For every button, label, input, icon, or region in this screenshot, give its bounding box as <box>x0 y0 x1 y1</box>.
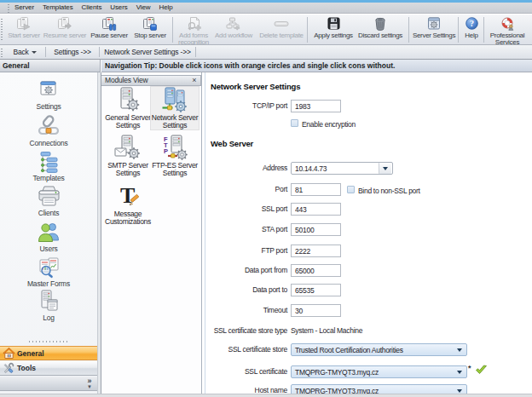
sidebar-item-users[interactable]: Users <box>0 220 97 253</box>
smtp-server-settings-icon <box>104 135 152 160</box>
sidebar-item-log[interactable]: Log <box>0 289 97 322</box>
ssl-certificate-combobox[interactable]: TMQPRG-TMYQT3.myq.cz <box>291 365 467 378</box>
svg-text:P: P <box>164 147 168 155</box>
enable-encryption-checkbox[interactable] <box>291 119 298 127</box>
menu-view[interactable]: View <box>132 3 155 13</box>
ssl-certificate-dropdown-button[interactable] <box>453 366 466 377</box>
ssl-store-dropdown-button[interactable] <box>453 344 466 355</box>
ssl-port-label: SSL port <box>211 203 287 216</box>
network-server-settings-panel: Network Server Settings TCP/IP port Enab… <box>202 72 532 397</box>
ssl-store-combobox[interactable]: Trusted Root Certification Authorities <box>291 343 467 356</box>
menu-users[interactable]: Users <box>106 3 131 13</box>
ssl-certificate-modified-marker: * <box>468 364 471 372</box>
add-forms-recognition-label: Add forms recognition <box>174 32 213 46</box>
stop-server-label: Stop server <box>130 32 171 39</box>
start-server-button[interactable]: Start server <box>3 16 44 43</box>
module-network-server-settings[interactable]: Network Server Settings <box>151 87 199 129</box>
log-server-notepad-icon <box>0 289 97 313</box>
sidebar: Settings Connections <box>0 72 97 397</box>
port-label: Port <box>211 183 287 196</box>
add-forms-recognition-icon <box>174 16 213 31</box>
address-combobox[interactable]: 10.14.4.73 <box>291 162 393 175</box>
message-customizations-icon: T <box>104 183 152 209</box>
back-button[interactable]: Back <box>7 45 43 59</box>
network-server-settings-crumb-button[interactable]: Network Server Settings ->> <box>101 45 194 59</box>
ssl-store-type-label: SSL certificate store type <box>211 325 287 337</box>
sidebar-item-clients-label: Clients <box>0 209 97 217</box>
ftp-port-label: FTP port <box>211 245 287 257</box>
sidebar-button-tools[interactable]: Tools <box>0 361 97 376</box>
sidebar-button-tools-label: Tools <box>17 364 36 372</box>
delete-template-button[interactable]: Delete template <box>257 16 306 43</box>
sidebar-overflow-chevron-icon[interactable]: »▼ <box>87 378 92 390</box>
sidebar-button-general[interactable]: General <box>0 346 97 360</box>
sidebar-item-master-forms[interactable]: Master Forms <box>0 256 97 288</box>
stop-server-button[interactable]: Stop server <box>130 16 171 43</box>
ftp-port-input[interactable] <box>291 245 341 257</box>
overflow-chevron-glyph: » <box>87 378 92 384</box>
module-smtp-server-settings-label: SMTP Server Settings <box>104 162 152 177</box>
sta-port-label: STA port <box>211 223 287 236</box>
module-general-server-settings[interactable]: General Server Settings <box>104 87 152 129</box>
back-label: Back <box>13 48 28 56</box>
dropdown-arrow-icon <box>457 348 462 352</box>
port-input[interactable] <box>291 183 341 196</box>
professional-services-label: Professional Services <box>485 32 529 46</box>
ssl-port-input[interactable] <box>291 203 341 216</box>
menu-server[interactable]: Server <box>10 3 38 13</box>
menu-templates[interactable]: Templates <box>38 3 78 13</box>
sidebar-item-log-label: Log <box>0 314 97 322</box>
navigation-tip-text: Navigation Tip: Double click icons with … <box>105 61 395 70</box>
sidebar-item-settings[interactable]: Settings <box>0 79 97 111</box>
back-dropdown-arrow <box>32 51 37 54</box>
module-message-customizations[interactable]: T Message Customizations <box>104 183 152 226</box>
data-port-from-input[interactable] <box>291 264 341 277</box>
menu-clients[interactable]: Clients <box>78 3 107 13</box>
timeout-label: Timeout <box>211 304 287 317</box>
module-network-server-settings-label: Network Server Settings <box>151 114 199 129</box>
sta-port-input[interactable] <box>291 223 341 236</box>
enable-encryption-label: Enable encryption <box>302 120 356 129</box>
menu-help[interactable]: Help <box>155 3 177 13</box>
bind-non-ssl-checkbox[interactable] <box>347 186 355 193</box>
modules-panel: Modules View × <box>101 72 202 397</box>
toolbar-separator <box>172 17 173 43</box>
help-label: Help <box>460 32 483 39</box>
apply-settings-button[interactable]: Apply settings <box>309 16 358 43</box>
resume-server-button[interactable]: Resume server <box>42 16 88 43</box>
help-button[interactable]: ? Help <box>460 16 483 43</box>
data-port-from-label: Data port from <box>211 264 287 277</box>
module-general-server-settings-label: General Server Settings <box>104 114 152 129</box>
data-port-to-input[interactable] <box>291 284 341 296</box>
professional-services-button[interactable]: Professional Services <box>485 16 529 43</box>
sidebar-header-label: General <box>3 61 30 70</box>
sidebar-overflow-bar[interactable]: »▼ <box>0 377 97 391</box>
timeout-input[interactable] <box>291 304 341 317</box>
discard-settings-button[interactable]: Discard settings <box>354 16 407 43</box>
module-smtp-server-settings[interactable]: SMTP Server Settings <box>104 135 152 177</box>
sidebar-item-templates[interactable]: Templates <box>0 151 97 182</box>
modules-panel-close-icon[interactable]: × <box>188 75 200 86</box>
clients-printer-icon <box>0 184 97 208</box>
module-ftp-es-server-settings[interactable]: F T P FTP-ES Server Settings <box>151 135 199 177</box>
tcpip-port-label: TCP/IP port <box>211 100 287 112</box>
sidebar-item-clients[interactable]: Clients <box>0 184 97 217</box>
professional-services-icon <box>485 16 529 31</box>
server-settings-button[interactable]: Server Settings <box>410 16 458 43</box>
settings-crumb-button[interactable]: Settings ->> <box>48 45 97 59</box>
tools-icon <box>0 362 17 375</box>
sidebar-resize-grip[interactable] <box>0 339 97 343</box>
pause-server-button[interactable]: Pause server <box>88 16 130 43</box>
navigation-bar-grip <box>0 47 3 58</box>
add-forms-recognition-button[interactable]: Add forms recognition <box>174 16 213 43</box>
ftp-es-server-settings-icon: F T P <box>151 135 199 160</box>
sidebar-item-users-label: Users <box>0 245 97 253</box>
sidebar-item-connections[interactable]: Connections <box>0 114 97 147</box>
application-window: Server Templates Clients Users View Help… <box>0 0 532 397</box>
address-dropdown-button[interactable] <box>379 163 391 174</box>
ssl-store-type-value: System - Local Machine <box>291 325 362 337</box>
general-server-settings-icon <box>104 87 152 112</box>
tcpip-port-input[interactable] <box>291 100 341 112</box>
add-workflow-button[interactable]: Add workflow <box>214 16 253 43</box>
discard-settings-icon <box>354 16 407 31</box>
